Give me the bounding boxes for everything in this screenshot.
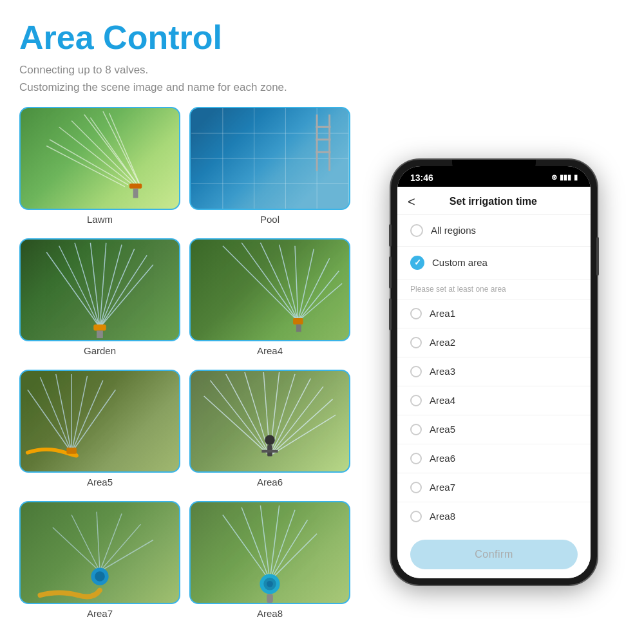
phone-power-button <box>596 237 599 276</box>
svg-line-36 <box>242 242 298 321</box>
app-content[interactable]: All regions Custom area Please set at le… <box>397 215 591 531</box>
zone-item-area4: Area4 <box>189 238 350 361</box>
radio-area4[interactable] <box>410 395 422 406</box>
svg-line-3 <box>103 111 141 186</box>
svg-line-69 <box>71 515 100 571</box>
zone-image-area7 <box>19 501 180 604</box>
radio-area8[interactable] <box>410 511 422 522</box>
radio-area7[interactable] <box>410 482 422 493</box>
confirm-button[interactable]: Confirm <box>410 540 578 569</box>
svg-rect-33 <box>93 324 106 330</box>
zone-label-area8: Area8 <box>257 608 283 619</box>
zone-item-garden: Garden <box>19 238 180 361</box>
area-label-6: Area6 <box>430 453 455 464</box>
svg-line-79 <box>270 505 279 580</box>
zone-item-area6: Area6 <box>189 370 350 492</box>
area-list-item-2[interactable]: Area2 <box>397 328 591 357</box>
area-list-item-6[interactable]: Area6 <box>397 444 591 473</box>
zone-label-area7: Area7 <box>87 608 113 619</box>
svg-line-4 <box>59 127 131 184</box>
svg-line-82 <box>270 533 317 580</box>
svg-line-72 <box>100 524 140 571</box>
zone-label-garden: Garden <box>84 345 116 356</box>
header-section: Area Control Connecting up to 8 valves. … <box>19 19 625 97</box>
area-label-7: Area7 <box>430 482 455 493</box>
radio-area3[interactable] <box>410 366 422 377</box>
zone-label-area4: Area4 <box>257 345 283 356</box>
region-custom-area-label: Custom area <box>432 257 488 268</box>
region-all-regions-label: All regions <box>431 225 476 236</box>
area-label-1: Area1 <box>430 308 455 319</box>
svg-rect-34 <box>97 330 103 338</box>
app-header: < Set irrigation time <box>397 187 591 215</box>
zone-image-pool <box>189 107 350 210</box>
area-label-5: Area5 <box>430 424 455 435</box>
svg-line-24 <box>46 252 100 327</box>
svg-rect-9 <box>129 184 142 189</box>
area-label-4: Area4 <box>430 395 455 406</box>
svg-point-65 <box>265 435 275 445</box>
svg-line-54 <box>210 380 270 455</box>
svg-line-27 <box>90 242 100 327</box>
status-icons: ⊛ ▮▮▮ ▮ <box>551 173 578 182</box>
radio-area6[interactable] <box>410 453 422 464</box>
svg-rect-10 <box>133 188 138 198</box>
svg-line-55 <box>226 374 270 455</box>
zone-image-area5 <box>19 370 180 473</box>
zone-item-area5: Area5 <box>19 370 180 492</box>
area-list-item-5[interactable]: Area5 <box>397 415 591 444</box>
region-custom-area[interactable]: Custom area <box>397 247 591 279</box>
svg-line-37 <box>260 242 298 321</box>
svg-line-5 <box>50 139 128 184</box>
page-container: Area Control Connecting up to 8 valves. … <box>0 0 644 644</box>
phone-screen: 13:46 ⊛ ▮▮▮ ▮ < Set irrigation time <box>397 166 591 578</box>
svg-point-75 <box>95 571 105 582</box>
page-title: Area Control <box>19 19 625 56</box>
svg-rect-53 <box>66 448 77 454</box>
zone-label-pool: Pool <box>260 214 279 225</box>
zone-item-area7: Area7 <box>19 501 180 623</box>
zone-label-area5: Area5 <box>87 477 113 488</box>
zone-image-area4 <box>189 238 350 341</box>
svg-line-81 <box>270 520 308 581</box>
svg-line-61 <box>270 386 323 455</box>
area-list-item-4[interactable]: Area4 <box>397 386 591 415</box>
svg-rect-86 <box>267 594 273 603</box>
zone-image-garden <box>19 238 180 341</box>
zone-label-area6: Area6 <box>257 477 283 488</box>
zone-image-lawm <box>19 107 180 210</box>
phone-volume-up <box>389 256 392 289</box>
phone-mockup: 13:46 ⊛ ▮▮▮ ▮ < Set irrigation time <box>391 160 597 585</box>
zones-grid: Lawm <box>19 107 350 631</box>
area-list-item-3[interactable]: Area3 <box>397 357 591 386</box>
svg-line-63 <box>270 415 336 455</box>
phone-volume-silent <box>389 224 392 247</box>
svg-line-71 <box>100 513 122 571</box>
svg-rect-44 <box>293 317 303 324</box>
status-time: 13:46 <box>410 173 433 183</box>
zone-item-pool: Pool <box>189 107 350 229</box>
radio-area2[interactable] <box>410 337 422 348</box>
app-header-title: Set irrigation time <box>422 196 565 207</box>
confirm-section: Confirm <box>397 531 591 578</box>
svg-line-42 <box>298 270 339 321</box>
area-label-3: Area3 <box>430 366 455 377</box>
phone-notch <box>452 166 536 175</box>
svg-line-62 <box>270 399 333 455</box>
area-list-item-1[interactable]: Area1 <box>397 299 591 328</box>
radio-area1[interactable] <box>410 308 422 319</box>
radio-area5[interactable] <box>410 424 422 435</box>
page-subtitle-line1: Connecting up to 8 valves. Customizing t… <box>19 61 625 96</box>
region-all-regions[interactable]: All regions <box>397 215 591 247</box>
radio-all-regions[interactable] <box>410 224 423 237</box>
area-list-item-8[interactable]: Area8 <box>397 502 591 531</box>
signal-icon: ▮▮▮ <box>560 173 571 182</box>
svg-line-41 <box>298 258 330 321</box>
svg-line-68 <box>53 527 100 571</box>
back-button[interactable]: < <box>408 194 415 209</box>
svg-point-85 <box>267 580 273 587</box>
area-list-item-7[interactable]: Area7 <box>397 473 591 502</box>
zone-image-area6 <box>189 370 350 473</box>
check-custom-area[interactable] <box>410 256 424 270</box>
battery-icon: ▮ <box>574 173 578 182</box>
